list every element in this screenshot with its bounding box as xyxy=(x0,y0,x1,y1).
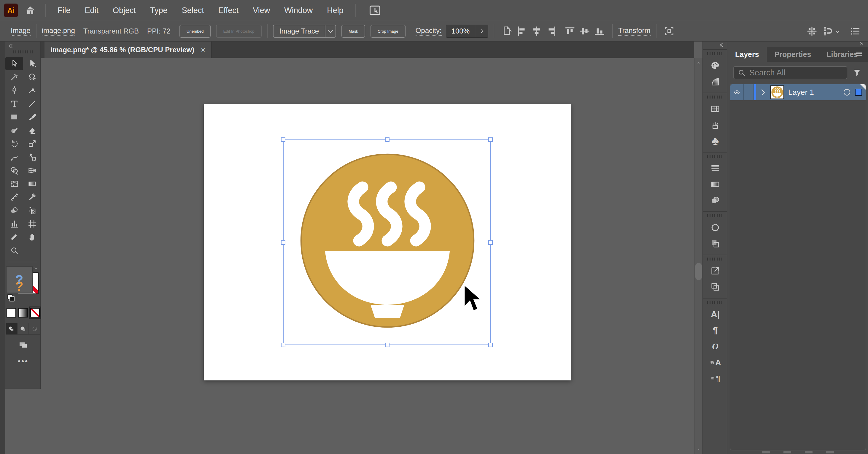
menu-type[interactable]: Type xyxy=(143,6,175,15)
tab-close-icon[interactable]: × xyxy=(201,46,205,55)
paintbrush-tool[interactable] xyxy=(23,111,41,124)
tab-properties[interactable]: Properties xyxy=(767,47,819,62)
type-tool[interactable] xyxy=(5,97,23,111)
mesh-tool[interactable] xyxy=(5,177,23,190)
align-to-selection-icon[interactable] xyxy=(501,26,513,37)
perspective-grid-tool[interactable] xyxy=(23,164,41,177)
context-label[interactable]: Image xyxy=(11,26,31,36)
eyedropper-tool[interactable] xyxy=(23,190,41,204)
opacity-value[interactable]: 100% xyxy=(446,27,475,35)
align-middle-icon[interactable] xyxy=(579,26,590,37)
shape-builder-tool[interactable] xyxy=(5,164,23,177)
draw-normal-button[interactable] xyxy=(6,323,18,335)
menu-object[interactable]: Object xyxy=(105,6,143,15)
mask-button[interactable]: Mask xyxy=(341,25,365,38)
opacity-field[interactable]: 100% xyxy=(446,25,488,38)
filter-icon[interactable] xyxy=(852,68,862,78)
align-left-icon[interactable] xyxy=(516,26,527,37)
handle-bottom-center[interactable] xyxy=(385,343,390,347)
home-icon[interactable] xyxy=(24,4,36,16)
lock-cell[interactable] xyxy=(744,84,754,100)
handle-bottom-right[interactable] xyxy=(488,343,493,347)
panel-group-drag-handle[interactable] xyxy=(707,155,723,158)
menu-help[interactable]: Help xyxy=(320,6,351,15)
align-right-icon[interactable] xyxy=(546,26,557,37)
shaper-tool[interactable] xyxy=(5,124,23,137)
rotate-tool[interactable] xyxy=(5,137,23,150)
color-button[interactable] xyxy=(6,308,16,317)
puppet-warp-tool[interactable] xyxy=(5,150,23,164)
brushes-panel-button[interactable] xyxy=(703,117,727,133)
layer-name[interactable]: Layer 1 xyxy=(788,88,844,97)
tab-layers[interactable]: Layers xyxy=(727,47,767,62)
hand-tool[interactable] xyxy=(23,231,41,244)
menu-view[interactable]: View xyxy=(246,6,277,15)
touch-workspace-icon[interactable] xyxy=(368,4,381,17)
align-bottom-icon[interactable] xyxy=(594,26,605,37)
curvature-tool[interactable] xyxy=(23,84,41,97)
crop-image-button[interactable]: Crop Image xyxy=(371,25,405,38)
menu-window[interactable]: Window xyxy=(277,6,320,15)
default-fill-stroke-icon[interactable] xyxy=(6,293,16,303)
transform-link[interactable]: Transform xyxy=(618,26,650,36)
swatches-panel-button[interactable] xyxy=(703,101,727,117)
visibility-cell[interactable] xyxy=(731,84,744,100)
menu-edit[interactable]: Edit xyxy=(78,6,106,15)
opacity-label[interactable]: Opacity: xyxy=(415,26,442,36)
menu-effect[interactable]: Effect xyxy=(211,6,246,15)
gradient-panel-button[interactable] xyxy=(703,176,727,192)
rectangle-tool[interactable] xyxy=(5,111,23,124)
magic-wand-tool[interactable] xyxy=(5,70,23,84)
panel-group-drag-handle[interactable] xyxy=(707,301,723,304)
selection-proxy-square[interactable] xyxy=(855,89,862,96)
appearance-panel-button[interactable] xyxy=(703,219,727,236)
image-trace-split-button[interactable]: Image Trace xyxy=(273,25,336,38)
none-button[interactable] xyxy=(30,308,40,317)
control-panel-menu-icon[interactable] xyxy=(849,26,861,37)
blend-tool[interactable] xyxy=(5,204,23,217)
menu-file[interactable]: File xyxy=(51,6,78,15)
measure-tool[interactable] xyxy=(5,190,23,204)
isolate-selection-icon[interactable] xyxy=(663,26,675,37)
document-tab[interactable]: image.png* @ 45.86 % (RGB/CPU Preview) × xyxy=(44,41,212,58)
panel-menu-icon[interactable] xyxy=(854,50,864,58)
layer-thumbnail[interactable] xyxy=(770,86,784,99)
character-styles-panel-button[interactable]: A xyxy=(703,354,727,370)
scrollbar-thumb[interactable] xyxy=(695,263,702,280)
handle-middle-right[interactable] xyxy=(488,240,493,245)
symbol-sprayer-tool[interactable] xyxy=(23,204,41,217)
search-input[interactable]: Search All xyxy=(733,66,847,79)
panel-group-drag-handle[interactable] xyxy=(707,52,723,55)
paragraph-styles-panel-button[interactable]: ¶ xyxy=(703,370,727,386)
fill-swatch-unknown[interactable]: ? xyxy=(6,267,33,293)
change-screen-mode-icon[interactable] xyxy=(17,339,29,350)
layer-row[interactable]: Layer 1 xyxy=(731,84,866,100)
align-center-icon[interactable] xyxy=(531,26,542,37)
free-transform-tool[interactable] xyxy=(23,150,41,164)
filename-link[interactable]: image.png xyxy=(42,26,75,36)
handle-top-right[interactable] xyxy=(488,138,493,142)
unembed-button[interactable]: Unembed xyxy=(180,25,211,38)
collapse-dock-icon[interactable] xyxy=(859,41,865,46)
panel-group-drag-handle[interactable] xyxy=(707,258,723,261)
pen-tool[interactable] xyxy=(5,84,23,97)
expand-layer-icon[interactable] xyxy=(758,88,768,97)
expand-panels-icon[interactable] xyxy=(718,43,724,48)
gradient-tool[interactable] xyxy=(23,177,41,190)
gradient-button[interactable] xyxy=(19,308,28,317)
color-guide-panel-button[interactable] xyxy=(703,73,727,90)
toolbar-drag-handle[interactable] xyxy=(13,51,33,53)
asset-export-panel-button[interactable] xyxy=(703,263,727,279)
menu-select[interactable]: Select xyxy=(175,6,211,15)
opentype-panel-button[interactable]: O xyxy=(703,338,727,354)
column-graph-tool[interactable] xyxy=(5,217,23,231)
draw-behind-button[interactable] xyxy=(18,323,29,335)
paragraph-panel-button[interactable]: ¶ xyxy=(703,322,727,338)
snap-options-icon[interactable] xyxy=(822,26,834,37)
target-circle-icon[interactable] xyxy=(844,89,850,95)
handle-middle-left[interactable] xyxy=(281,240,285,245)
handle-bottom-left[interactable] xyxy=(281,343,285,347)
panel-group-drag-handle[interactable] xyxy=(707,95,723,98)
color-panel-button[interactable] xyxy=(703,58,727,73)
artboard-tool[interactable] xyxy=(23,217,41,231)
